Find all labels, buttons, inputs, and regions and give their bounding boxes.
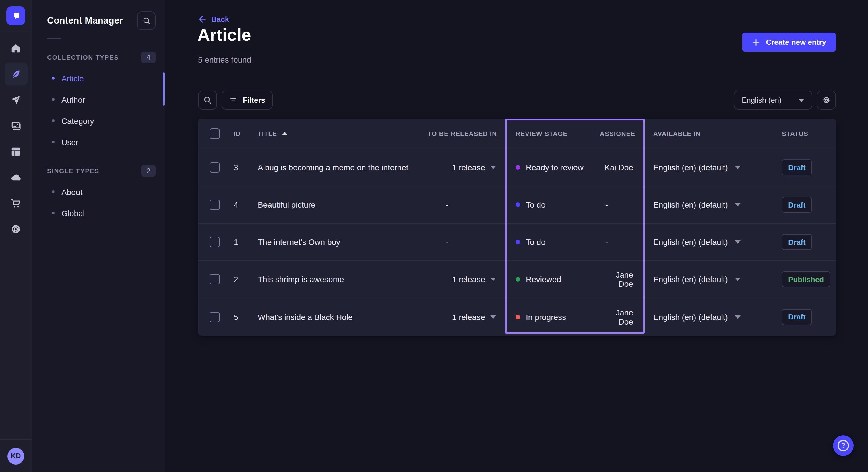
content-type-builder-layout-icon[interactable] [4,140,27,163]
column-header-id[interactable]: ID [230,130,258,137]
table-settings-button[interactable] [817,91,836,109]
filters-button[interactable]: Filters [222,91,273,109]
create-new-entry-button[interactable]: Create new entry [742,33,836,52]
row-checkbox[interactable] [210,200,220,210]
table-row[interactable]: 4 Beautiful picture - To do - English (e… [198,187,836,224]
settings-gear-icon[interactable] [4,217,27,240]
subnav-item-list: ArticleAuthorCategoryUser [32,68,165,153]
sidebar-item-category[interactable]: Category [32,110,165,131]
media-library-images-icon[interactable] [4,114,27,137]
sidebar-item-user[interactable]: User [32,131,165,153]
cell-id: 5 [230,312,258,322]
column-header-to-be-released-in[interactable]: TO BE RELEASED IN [428,130,506,137]
sidebar-item-about[interactable]: About [32,181,165,202]
cell-status: Published [772,271,836,287]
stage-color-dot [516,277,520,281]
select-all-checkbox[interactable] [210,129,220,139]
stage-color-dot [516,165,520,170]
search-icon [142,16,151,25]
row-checkbox[interactable] [210,237,220,247]
chevron-down-icon [735,166,741,169]
cell-id: 1 [230,237,258,247]
cell-title: What's inside a Black Hole [258,312,428,322]
cell-title: A bug is becoming a meme on the internet [258,163,428,172]
content-manager-feather-icon[interactable] [4,63,27,86]
release-count-label: 1 release [452,312,485,322]
sidebar-item-article[interactable]: Article [32,68,165,89]
column-header-status[interactable]: STATUS [772,130,836,137]
row-checkbox[interactable] [210,274,220,284]
deploy-cloud-icon[interactable] [4,166,27,189]
table-row[interactable]: 1 The internet's Own boy - To do - Engli… [198,224,836,261]
cell-id: 3 [230,163,258,172]
release-count-label: - [446,237,448,247]
nav-rail-footer: KD [0,439,32,472]
cell-available-in[interactable]: English (en) (default) [645,163,772,172]
toolbar-left: Filters [198,91,273,109]
row-checkbox-cell [198,200,230,210]
cell-review-stage: Ready to review [506,163,600,172]
stage-label: Reviewed [526,275,561,284]
cell-assignee: - [600,237,645,247]
cell-to-be-released-in[interactable]: 1 release [428,312,506,322]
column-header-available-in[interactable]: AVAILABLE IN [645,130,772,137]
sidebar-item-label: Global [61,208,85,217]
main-content: Back Article 5 entries found Create new … [165,0,868,472]
entries-count: 5 entries found [198,55,251,64]
sidebar-item-global[interactable]: Global [32,202,165,224]
bullet-icon [52,77,55,80]
arrow-left-icon [198,15,207,24]
table-row[interactable]: 2 This shrimp is awesome 1 release Revie… [198,261,836,298]
bullet-icon [52,191,55,193]
row-checkbox[interactable] [210,162,220,173]
table-row[interactable]: 3 A bug is becoming a meme on the intern… [198,149,836,187]
releases-paper-plane-icon[interactable] [4,88,27,111]
home-icon[interactable] [4,37,27,60]
back-link[interactable]: Back [198,15,229,24]
table-body: 3 A bug is becoming a meme on the intern… [198,149,836,336]
cell-title: Beautiful picture [258,200,428,209]
locale-select[interactable]: English (en) [734,91,812,109]
row-checkbox-cell [198,162,230,173]
subnav-header: Content Manager [32,0,165,30]
subnav-divider [47,38,61,39]
bullet-icon [52,212,55,214]
sidebar-item-author[interactable]: Author [32,89,165,110]
column-header-assignee[interactable]: ASSIGNEE [600,130,645,137]
chevron-down-icon [799,98,804,102]
row-checkbox[interactable] [210,312,220,322]
section-count-badge: 4 [141,52,156,63]
subnav-scrollbar-thumb[interactable] [163,72,165,105]
cell-title: This shrimp is awesome [258,275,428,284]
cell-available-in[interactable]: English (en) (default) [645,200,772,209]
cell-to-be-released-in: - [428,237,506,247]
content-manager-sidebar: Content Manager COLLECTION TYPES 4 Artic… [32,0,165,472]
stage-color-dot [516,240,520,244]
locale-value: English (en) [742,96,782,104]
stage-label: To do [526,237,546,247]
column-header-review-stage[interactable]: REVIEW STAGE [506,130,600,137]
release-count-label: 1 release [452,275,485,284]
subnav-search-button[interactable] [137,11,156,30]
table-search-button[interactable] [198,91,217,109]
marketplace-cart-icon[interactable] [4,192,27,214]
strapi-logo[interactable] [6,6,25,25]
column-header-title[interactable]: TITLE [258,130,428,137]
question-mark-icon: ? [838,440,849,451]
cell-available-in[interactable]: English (en) (default) [645,312,772,322]
cell-to-be-released-in[interactable]: 1 release [428,163,506,172]
section-label: SINGLE TYPES [47,167,99,174]
cell-to-be-released-in[interactable]: 1 release [428,275,506,284]
locale-label: English (en) (default) [653,275,728,284]
cell-available-in[interactable]: English (en) (default) [645,237,772,247]
avatar[interactable]: KD [7,448,24,464]
select-all-cell [198,129,230,139]
search-icon [203,96,212,104]
table-row[interactable]: 5 What's inside a Black Hole 1 release I… [198,298,836,336]
sidebar-item-label: User [61,137,79,146]
help-button[interactable]: ? [833,435,854,456]
cell-available-in[interactable]: English (en) (default) [645,275,772,284]
subnav-section: SINGLE TYPES 2 AboutGlobal [32,164,165,224]
chevron-down-icon [735,315,741,318]
subnav-section-head: SINGLE TYPES 2 [32,164,165,178]
